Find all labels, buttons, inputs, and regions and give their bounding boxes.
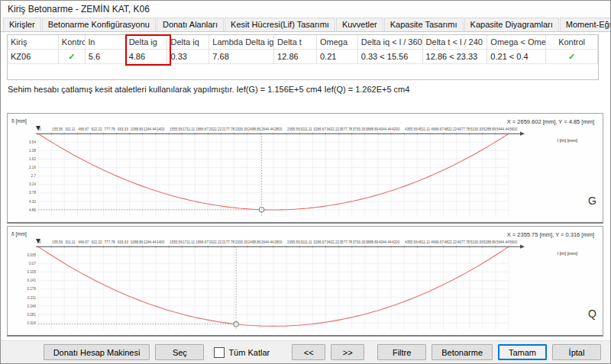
chart-canvas-q[interactable]: 0155.56311.11466.67622.22777.78933.33108… bbox=[8, 227, 603, 335]
col-header-delta-t-l-240: Delta t < l / 240 bbox=[423, 35, 488, 49]
svg-text:0.07: 0.07 bbox=[29, 262, 36, 266]
svg-text:3266.67: 3266.67 bbox=[313, 127, 326, 131]
tab-betonarme-konfig-rasyonu[interactable]: Betonarme Konfigürasyonu bbox=[42, 18, 156, 31]
svg-text:4977.78: 4977.78 bbox=[457, 127, 470, 131]
tab-kesit-h-cresi-lif-tasar-m[interactable]: Kesit Hücresi(Lif) Tasarımı bbox=[225, 18, 335, 31]
load-case-label: Q bbox=[588, 308, 596, 320]
tick-labels: 0155.56311.11466.67622.22777.78933.33108… bbox=[27, 240, 517, 325]
svg-text:0.141: 0.141 bbox=[27, 279, 36, 282]
svg-text:2955.56: 2955.56 bbox=[287, 127, 300, 131]
svg-text:5444.44: 5444.44 bbox=[496, 240, 509, 244]
filtre-button[interactable]: Filtre bbox=[377, 344, 426, 360]
svg-text:777.78: 777.78 bbox=[105, 240, 115, 244]
chart-canvas-g[interactable]: 0155.56311.11466.67622.22777.78933.33108… bbox=[8, 114, 603, 222]
svg-text:0.54: 0.54 bbox=[29, 140, 36, 144]
svg-text:4822.22: 4822.22 bbox=[444, 127, 457, 131]
col-header-delta-iq: Delta iq bbox=[167, 35, 209, 49]
cell-omega-omega-max: 0.21 < 0.4 bbox=[487, 50, 546, 63]
tab-moment-e-rilik[interactable]: Moment-Eğrilik bbox=[560, 18, 611, 31]
svg-text:4200: 4200 bbox=[392, 240, 400, 244]
cell-delta-t-l-240: 12.86 < 23.33 bbox=[423, 50, 488, 63]
readout-crosshair bbox=[38, 246, 236, 330]
cell-ln: 5.6 bbox=[86, 50, 126, 63]
svg-text:4511.11: 4511.11 bbox=[418, 240, 430, 244]
tab-kuvvetler[interactable]: Kuvvetler bbox=[336, 18, 383, 31]
svg-text:3733.33: 3733.33 bbox=[353, 127, 366, 131]
all-floors-checkbox-label: Tüm Katlar bbox=[228, 348, 270, 357]
cursor-readout-text: X = 2659.602 [mm], Y = 4.85 [mm] bbox=[507, 118, 594, 125]
svg-text:5133.33: 5133.33 bbox=[470, 240, 483, 244]
svg-text:4666.67: 4666.67 bbox=[431, 127, 444, 131]
svg-text:933.33: 933.33 bbox=[118, 127, 128, 131]
all-floors-checkbox-group[interactable]: Tüm Katlar bbox=[214, 347, 270, 358]
svg-text:5133.33: 5133.33 bbox=[470, 127, 483, 131]
cell-kontrol: ✓ bbox=[59, 50, 86, 63]
svg-text:4044.44: 4044.44 bbox=[379, 127, 392, 131]
cell-delta-t: 12.86 bbox=[274, 50, 317, 63]
grid-lines bbox=[38, 134, 509, 217]
x-axis-label: l [m] [mm] bbox=[558, 138, 578, 143]
grid-lines bbox=[38, 246, 509, 330]
svg-text:933.33: 933.33 bbox=[118, 240, 128, 244]
cell-delta-iq-l-360: 0.33 < 15.56 bbox=[358, 50, 423, 63]
all-floors-checkbox[interactable] bbox=[214, 347, 225, 358]
beam-rc-dialog: Kiriş Betonarme - ZEMİN KAT, K06 Kirişle… bbox=[0, 0, 611, 364]
svg-text:2800: 2800 bbox=[274, 127, 283, 131]
svg-text:1866.67: 1866.67 bbox=[196, 240, 209, 244]
svg-text:3422.22: 3422.22 bbox=[326, 240, 339, 244]
svg-text:2333.33: 2333.33 bbox=[235, 240, 248, 244]
svg-text:4822.22: 4822.22 bbox=[444, 240, 457, 244]
readout-marker[interactable] bbox=[259, 207, 263, 211]
svg-text:0: 0 bbox=[39, 127, 41, 131]
dialog-titlebar[interactable]: Kiriş Betonarme - ZEMİN KAT, K06 bbox=[1, 1, 610, 18]
svg-text:5444.44: 5444.44 bbox=[496, 127, 509, 131]
cell-delta-ig: 4.86 bbox=[126, 50, 168, 63]
svg-text:2177.78: 2177.78 bbox=[222, 127, 235, 131]
check-icon: ✓ bbox=[68, 52, 75, 61]
donat-hesap-makinesi-button[interactable]: Donatı Hesap Makinesi bbox=[44, 344, 150, 360]
x-axis bbox=[36, 245, 525, 249]
betonarme-button[interactable]: Betonarme bbox=[432, 344, 493, 360]
tab-kiri-ler[interactable]: Kirişler bbox=[3, 18, 41, 31]
cell-kiri: KZ06 bbox=[8, 50, 59, 63]
nextnext-button[interactable]: >> bbox=[331, 344, 364, 360]
svg-text:2022.22: 2022.22 bbox=[209, 127, 221, 131]
tamam-button[interactable]: Tamam bbox=[498, 344, 547, 360]
svg-text:3733.33: 3733.33 bbox=[353, 240, 366, 244]
svg-text:1244.44: 1244.44 bbox=[144, 240, 157, 244]
readout-marker[interactable] bbox=[234, 322, 238, 327]
col-header-lambda-delta-ig: Lambda Delta ig bbox=[209, 35, 274, 49]
svg-text:1.62: 1.62 bbox=[29, 157, 36, 161]
svg-text:0.176: 0.176 bbox=[27, 287, 36, 291]
svg-text:3422.22: 3422.22 bbox=[326, 127, 339, 131]
table-header-row: KirişKontrollnDelta igDelta iqLambda Del… bbox=[8, 35, 598, 50]
svg-text:4977.78: 4977.78 bbox=[457, 240, 470, 244]
svg-text:1866.67: 1866.67 bbox=[196, 127, 209, 131]
svg-text:2177.78: 2177.78 bbox=[222, 240, 235, 244]
deflection-chart-g[interactable]: 0155.56311.11466.67622.22777.78933.33108… bbox=[7, 113, 603, 224]
svg-text:5600: 5600 bbox=[509, 127, 518, 131]
col-header-delta-ig: Delta ig bbox=[126, 35, 168, 49]
svg-text:3888.89: 3888.89 bbox=[366, 240, 379, 244]
svg-text:155.56: 155.56 bbox=[52, 240, 63, 244]
load-case-label: G bbox=[588, 195, 596, 207]
svg-text:466.67: 466.67 bbox=[78, 240, 89, 244]
svg-text:2644.44: 2644.44 bbox=[261, 240, 274, 244]
svg-text:311.11: 311.11 bbox=[65, 127, 76, 131]
col-header-ln: ln bbox=[86, 35, 126, 49]
svg-text:4.86: 4.86 bbox=[29, 208, 36, 212]
svg-text:3577.78: 3577.78 bbox=[340, 240, 353, 244]
table-row[interactable]: KZ06✓5.64.860.337.6812.860.210.33 < 15.5… bbox=[8, 50, 598, 64]
svg-text:1088.89: 1088.89 bbox=[131, 240, 144, 244]
se-button[interactable]: Seç bbox=[155, 344, 204, 360]
deflection-chart-q[interactable]: 0155.56311.11466.67622.22777.78933.33108… bbox=[7, 226, 603, 337]
tab-kapasite-diyagramlar[interactable]: Kapasite Diyagramları bbox=[464, 18, 559, 31]
svg-text:0.035: 0.035 bbox=[27, 253, 36, 257]
prevprev-button[interactable]: << bbox=[292, 344, 325, 360]
i-ptal-button[interactable]: İptal bbox=[552, 344, 601, 360]
svg-text:3111.11: 3111.11 bbox=[300, 240, 312, 244]
tab-donat-alanlar[interactable]: Donatı Alanları bbox=[157, 18, 224, 31]
tab-kapasite-tasar-m[interactable]: Kapasite Tasarımı bbox=[384, 18, 464, 31]
footer-button-bar: Donatı Hesap MakinesiSeçTüm Katlar<<>>Fi… bbox=[1, 340, 610, 363]
deflection-table: KirişKontrollnDelta igDelta iqLambda Del… bbox=[7, 34, 599, 80]
